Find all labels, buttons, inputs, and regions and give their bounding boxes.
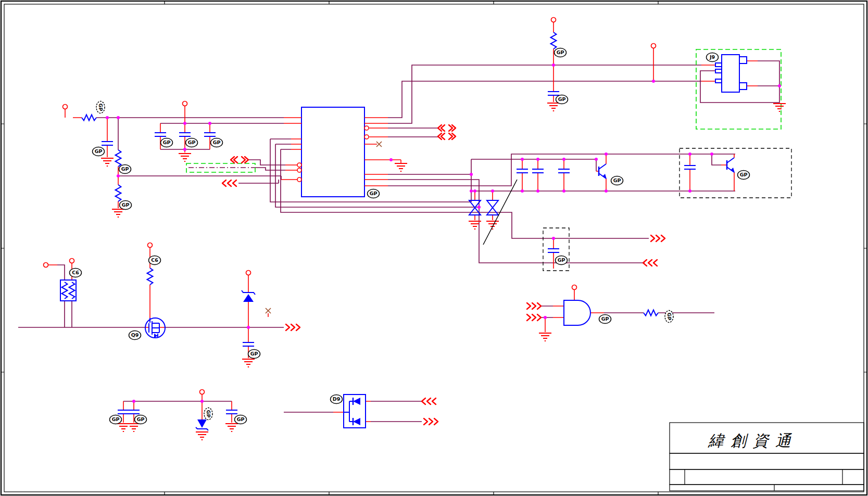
resistor (116, 185, 121, 201)
offpage-out (527, 314, 541, 321)
transistor-q2 (727, 158, 735, 173)
ref-designator: D9 (331, 395, 343, 404)
ref-designator: GP (204, 408, 212, 420)
dashed-box-q2 (680, 148, 791, 198)
offpage-in (643, 260, 657, 266)
svg-text:GP: GP (206, 410, 211, 418)
svg-text:GP: GP (601, 316, 609, 322)
grounds (101, 103, 786, 440)
svg-text:GP: GP (557, 49, 564, 55)
pin-bubble (364, 126, 369, 130)
ref-designator: GP (235, 415, 247, 424)
svg-text:GP: GP (558, 96, 566, 102)
zener-diode (242, 290, 255, 302)
offpage-inout (438, 133, 456, 139)
border-zone-ticks (1, 1, 867, 495)
svg-text:GP: GP (250, 351, 258, 357)
svg-text:GP: GP (121, 166, 129, 172)
resistor (116, 150, 121, 167)
svg-text:GP: GP (237, 416, 245, 422)
svg-text:D9: D9 (333, 396, 341, 402)
ref-designator: GP (738, 171, 750, 180)
ref-designator: C6 (70, 269, 82, 277)
junction-dots (106, 63, 781, 403)
ref-designator: C6 (149, 256, 161, 265)
ref-designator: GP (110, 415, 122, 424)
offpage-out (286, 324, 300, 330)
svg-text:GP: GP (112, 416, 120, 422)
sheet-border (1, 1, 867, 495)
ref-designator: GP (556, 95, 568, 104)
svg-text:J9: J9 (709, 54, 715, 60)
dashed-boxes (186, 148, 791, 271)
ref-designator: GP (119, 165, 131, 174)
offpage-inout (231, 157, 248, 163)
title-block: 緯創資通 (670, 423, 864, 491)
svg-text:C6: C6 (72, 270, 79, 275)
ref-designator: GP (186, 138, 198, 147)
ref-designator: GP (120, 201, 132, 210)
svg-text:GP: GP (163, 139, 171, 145)
svg-text:GP: GP (98, 104, 104, 111)
svg-text:GP: GP (558, 257, 565, 263)
svg-text:C6: C6 (151, 257, 158, 263)
svg-text:GP: GP (370, 190, 378, 196)
clamp-diode (196, 419, 208, 430)
leads-right (364, 118, 734, 269)
svg-text:GP: GP (666, 313, 672, 321)
schematic-sheet: 緯創資通 (0, 0, 868, 496)
emitter-arrow-icon (602, 174, 607, 179)
svg-text:GP: GP (213, 139, 221, 145)
pin-bubble (297, 177, 301, 182)
resistor (644, 310, 658, 316)
svg-text:GP: GP (122, 202, 130, 208)
svg-text:Q9: Q9 (131, 332, 139, 338)
schematic-canvas: 緯創資通 (0, 0, 868, 496)
mosfet-q9 (145, 318, 165, 338)
ref-designator: GP (248, 350, 260, 359)
ref-designator: GP (611, 176, 623, 185)
ref-designator: GP (599, 315, 611, 324)
resistor-pack (60, 280, 76, 301)
offpage-inout (438, 125, 456, 131)
offpage-out (424, 418, 438, 425)
resistor (147, 268, 153, 285)
and-gate (564, 300, 590, 325)
svg-text:GP: GP (613, 177, 621, 183)
ref-designator: GP (93, 147, 105, 156)
svg-text:GP: GP (95, 148, 103, 154)
pin-bubble (297, 163, 301, 167)
offpage-in (422, 398, 436, 404)
ref-designator: GP (96, 101, 105, 113)
resistor (551, 32, 557, 49)
emitter-arrow-icon (731, 168, 735, 173)
wire-top-nets (388, 61, 779, 123)
wire-lower-nets (18, 265, 714, 422)
pin-bubble (364, 135, 369, 139)
no-connect-icon (376, 142, 382, 147)
resistor (82, 115, 96, 121)
svg-text:GP: GP (137, 416, 145, 422)
offpage-in (222, 180, 236, 186)
leads-top (553, 22, 758, 102)
netgroup-outline (696, 49, 781, 129)
offpage-out (651, 235, 665, 241)
ref-designator: GP (556, 256, 568, 265)
company-name: 緯創資通 (708, 431, 798, 450)
ref-labels: GPGPGPGPGPGPGPGPGPGPJ9GPGPGPC6C6Q9GPD9GP… (70, 48, 750, 424)
leads-left (65, 106, 301, 208)
pin-bubble (297, 168, 301, 172)
dual-diode-d9 (344, 395, 366, 428)
ref-designator: GP (135, 415, 147, 424)
main-ic (297, 107, 369, 197)
leads-red (48, 22, 758, 423)
ref-designator: GP (368, 189, 380, 198)
connector-j9 (696, 49, 781, 129)
ref-designator: J9 (707, 53, 719, 62)
ref-designator: GP (665, 311, 673, 323)
ref-designator: GP (555, 48, 567, 57)
ref-designator: GP (211, 138, 223, 147)
ref-designator: Q9 (129, 331, 141, 340)
no-connect-icon (266, 308, 271, 313)
svg-text:GP: GP (188, 139, 196, 145)
